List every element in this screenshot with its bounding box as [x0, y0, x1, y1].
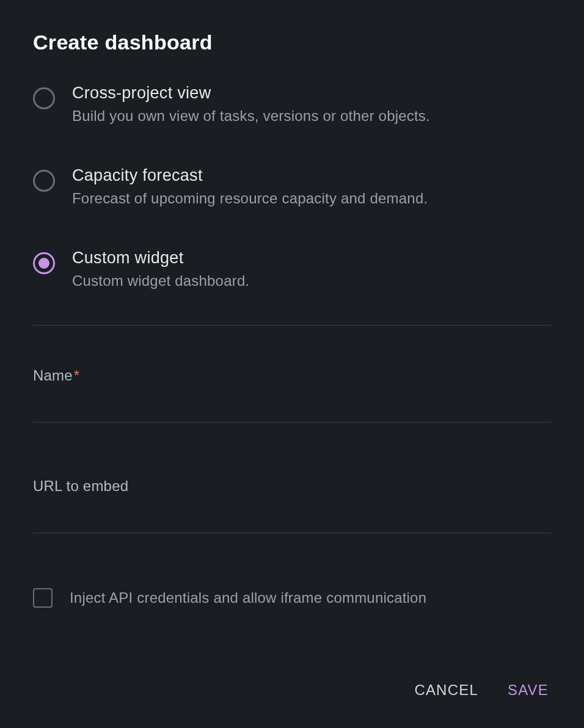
- url-input[interactable]: [33, 495, 551, 533]
- url-field-group: URL to embed: [33, 478, 551, 533]
- save-button[interactable]: SAVE: [508, 677, 549, 704]
- spacer: [33, 608, 551, 677]
- required-indicator: *: [74, 367, 80, 384]
- checkbox-label: Inject API credentials and allow iframe …: [70, 589, 426, 606]
- name-input[interactable]: [33, 384, 551, 423]
- radio-inner-dot: [38, 258, 49, 269]
- radio-icon: [33, 87, 55, 109]
- cancel-button[interactable]: CANCEL: [414, 677, 478, 704]
- radio-title: Custom widget: [72, 249, 249, 268]
- radio-title: Capacity forecast: [72, 166, 428, 185]
- radio-option-cross-project-view[interactable]: Cross-project view Build you own view of…: [33, 84, 551, 125]
- name-field-group: Name *: [33, 367, 551, 423]
- divider: [33, 325, 551, 326]
- radio-text: Custom widget Custom widget dashboard.: [72, 249, 249, 289]
- dashboard-type-radio-group: Cross-project view Build you own view of…: [33, 84, 551, 289]
- radio-description: Forecast of upcoming resource capacity a…: [72, 190, 428, 207]
- url-label: URL to embed: [33, 478, 551, 495]
- radio-text: Cross-project view Build you own view of…: [72, 84, 430, 125]
- radio-title: Cross-project view: [72, 84, 430, 103]
- create-dashboard-dialog: Create dashboard Cross-project view Buil…: [0, 0, 584, 728]
- checkbox-icon: [33, 588, 53, 608]
- radio-icon-selected: [33, 252, 55, 274]
- radio-description: Custom widget dashboard.: [72, 272, 249, 289]
- url-label-text: URL to embed: [33, 478, 128, 495]
- radio-option-capacity-forecast[interactable]: Capacity forecast Forecast of upcoming r…: [33, 166, 551, 207]
- radio-icon: [33, 170, 55, 192]
- radio-text: Capacity forecast Forecast of upcoming r…: [72, 166, 428, 207]
- dialog-button-row: CANCEL SAVE: [33, 677, 551, 704]
- name-label-text: Name: [33, 367, 73, 384]
- radio-option-custom-widget[interactable]: Custom widget Custom widget dashboard.: [33, 249, 551, 289]
- radio-description: Build you own view of tasks, versions or…: [72, 107, 430, 125]
- dialog-title: Create dashboard: [33, 31, 551, 54]
- name-label: Name *: [33, 367, 551, 384]
- inject-credentials-checkbox-row[interactable]: Inject API credentials and allow iframe …: [33, 588, 551, 608]
